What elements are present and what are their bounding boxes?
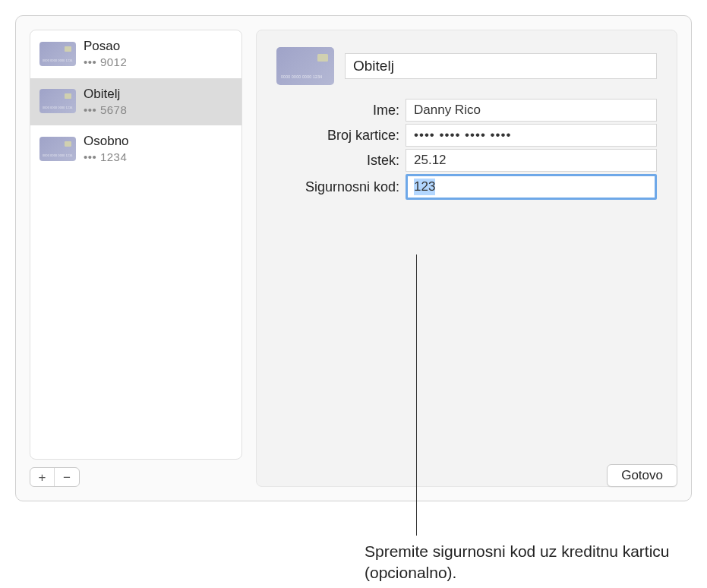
form-row-name: Ime: <box>276 99 657 122</box>
credit-card-icon-large <box>276 47 334 85</box>
form-row-card-number: Broj kartice: <box>276 124 657 147</box>
sidebar-item-sub: ••• 5678 <box>84 103 127 118</box>
sidebar-item-title: Osobno <box>84 133 129 150</box>
form-row-security-code: Sigurnosni kod: 123 <box>276 174 657 200</box>
name-input[interactable] <box>406 99 657 122</box>
sidebar-column: Posao ••• 9012 Obitelj ••• 5678 Osobno <box>30 30 242 487</box>
expiry-label: Istek: <box>276 153 406 169</box>
add-button[interactable]: + <box>30 468 55 486</box>
detail-panel: Ime: Broj kartice: Istek: Sigurnosni kod… <box>256 30 677 487</box>
detail-header <box>276 47 657 85</box>
credit-card-window: Posao ••• 9012 Obitelj ••• 5678 Osobno <box>15 15 692 501</box>
sidebar-item-title: Posao <box>84 38 127 55</box>
sidebar-item-text: Osobno ••• 1234 <box>84 133 129 165</box>
sidebar-item-title: Obitelj <box>84 86 127 103</box>
sidebar-item-posao[interactable]: Posao ••• 9012 <box>30 30 241 78</box>
sidebar-item-sub: ••• 9012 <box>84 55 127 70</box>
callout-text: Spremite sigurnosni kod uz kreditnu kart… <box>365 541 692 584</box>
credit-card-icon <box>39 137 76 161</box>
callout-line <box>416 254 417 536</box>
security-code-label: Sigurnosni kod: <box>276 179 406 195</box>
security-code-value: 123 <box>414 179 435 195</box>
security-code-input[interactable]: 123 <box>406 174 657 200</box>
credit-card-icon <box>39 42 76 66</box>
sidebar-item-text: Obitelj ••• 5678 <box>84 86 127 118</box>
credit-card-icon <box>39 89 76 113</box>
name-label: Ime: <box>276 103 406 119</box>
remove-button[interactable]: − <box>55 468 79 486</box>
card-title-input[interactable] <box>345 53 657 79</box>
card-list: Posao ••• 9012 Obitelj ••• 5678 Osobno <box>30 30 242 460</box>
add-remove-control: + − <box>30 467 80 487</box>
done-button[interactable]: Gotovo <box>607 464 677 487</box>
sidebar-item-sub: ••• 1234 <box>84 150 129 165</box>
sidebar-item-osobno[interactable]: Osobno ••• 1234 <box>30 125 241 173</box>
card-number-input[interactable] <box>406 124 657 147</box>
card-number-label: Broj kartice: <box>276 128 406 144</box>
sidebar-item-text: Posao ••• 9012 <box>84 38 127 70</box>
expiry-input[interactable] <box>406 149 657 172</box>
sidebar-item-obitelj[interactable]: Obitelj ••• 5678 <box>30 78 241 126</box>
form-row-expiry: Istek: <box>276 149 657 172</box>
